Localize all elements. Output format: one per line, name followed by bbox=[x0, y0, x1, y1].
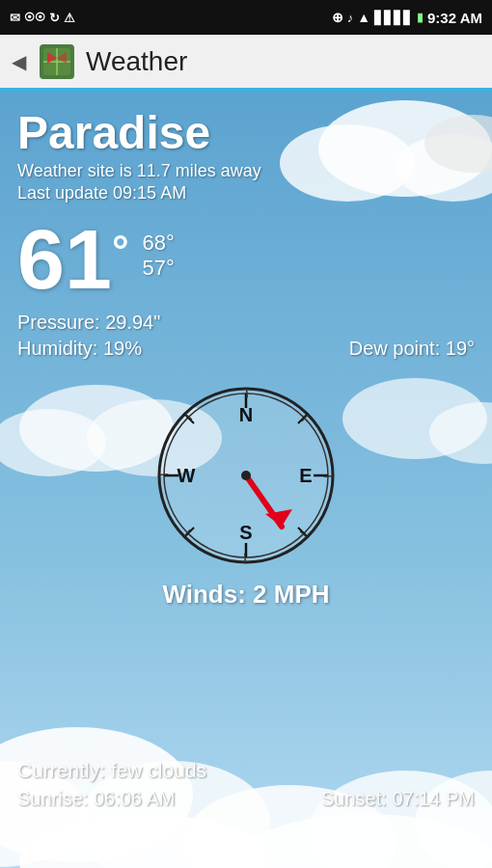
status-icons-right: ⊕ ♪ ▲ ▋▋▋▋ ▮ 9:32 AM bbox=[332, 10, 482, 26]
status-icons-left: ✉ ⦿⦿ ↻ ⚠ bbox=[10, 11, 75, 25]
svg-text:N: N bbox=[239, 404, 253, 425]
app-title: Weather bbox=[86, 46, 187, 77]
battery-icon: ▮ bbox=[417, 11, 424, 24]
pressure-line: Pressure: 29.94" bbox=[17, 312, 475, 334]
temp-current: 61 bbox=[17, 217, 112, 302]
svg-point-47 bbox=[241, 471, 251, 480]
main-content: Paradise Weather site is 11.7 miles away… bbox=[0, 91, 492, 868]
no-sound-icon: ♪ bbox=[347, 11, 354, 25]
temp-unit: ° bbox=[112, 227, 129, 275]
dew-point-line: Dew point: 19° bbox=[349, 338, 475, 360]
status-time: 9:32 AM bbox=[427, 10, 482, 26]
sync-icon: ↻ bbox=[49, 11, 60, 25]
svg-text:E: E bbox=[299, 465, 312, 486]
sun-row: Sunrise: 06:06 AM Sunset: 07:14 PM bbox=[17, 788, 475, 810]
svg-text:W: W bbox=[178, 465, 196, 486]
compass: N E S W bbox=[150, 379, 342, 572]
temp-high: 68° bbox=[143, 231, 175, 256]
bottom-info: Currently: few clouds Sunrise: 06:06 AM … bbox=[0, 759, 492, 810]
wifi-icon: ▲ bbox=[357, 10, 370, 25]
mail-icon: ✉ bbox=[10, 11, 20, 25]
location-icon: ⊕ bbox=[332, 10, 343, 25]
voicemail-icon: ⦿⦿ bbox=[24, 12, 45, 23]
stats-block: Pressure: 29.94" Humidity: 19% Dew point… bbox=[17, 312, 475, 364]
temp-low: 57° bbox=[143, 256, 175, 281]
app-icon bbox=[40, 44, 74, 79]
temp-hilo: 68° 57° bbox=[143, 231, 175, 281]
humidity-line: Humidity: 19% bbox=[17, 338, 142, 360]
weather-site: Weather site is 11.7 miles away bbox=[17, 161, 475, 181]
city-name: Paradise bbox=[17, 108, 475, 159]
weather-info: Paradise Weather site is 11.7 miles away… bbox=[0, 91, 492, 610]
last-update: Last update 09:15 AM bbox=[17, 183, 475, 203]
back-button[interactable]: ◀ bbox=[12, 50, 26, 73]
humidity-dew-row: Humidity: 19% Dew point: 19° bbox=[17, 338, 475, 364]
alert-icon: ⚠ bbox=[64, 11, 75, 25]
signal-icon: ▋▋▋▋ bbox=[374, 11, 413, 25]
wind-label: Winds: 2 MPH bbox=[162, 580, 329, 610]
app-bar: ◀ Weather bbox=[0, 35, 492, 91]
condition-line: Currently: few clouds bbox=[17, 759, 475, 782]
status-bar: ✉ ⦿⦿ ↻ ⚠ ⊕ ♪ ▲ ▋▋▋▋ ▮ 9:32 AM bbox=[0, 0, 492, 35]
temperature-row: 61 ° 68° 57° bbox=[17, 217, 475, 302]
sunrise: Sunrise: 06:06 AM bbox=[17, 788, 175, 810]
compass-container: N E S W Winds: 2 MPH bbox=[17, 379, 475, 610]
svg-text:S: S bbox=[239, 522, 252, 543]
sunset: Sunset: 07:14 PM bbox=[321, 788, 475, 810]
